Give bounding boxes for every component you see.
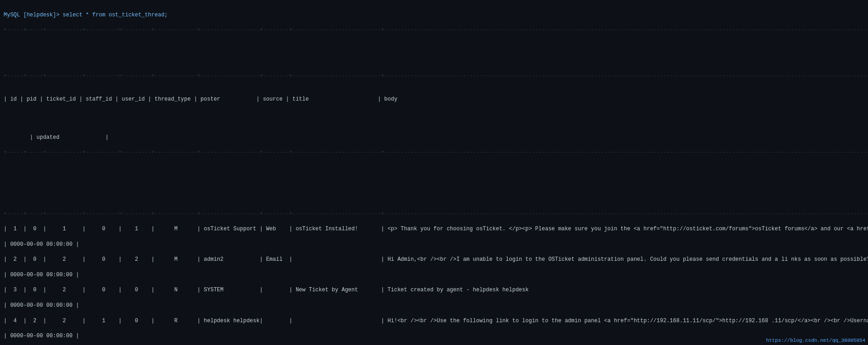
row3-data: | 3 | 0 | 2 | 0 | 0 | N | SYSTEM | | New… <box>4 286 864 294</box>
row3-updated: | 0000-00-00 00:00:00 | <box>4 302 864 309</box>
column-headers: | id | pid | ticket_id | staff_id | user… <box>4 96 864 103</box>
separator-mid1: +-----+-----+-----------+----------+----… <box>4 72 864 80</box>
updated-header: | updated | <box>4 134 864 142</box>
command-line: MySQL [helpdesk]> select * from ost_tick… <box>4 11 864 19</box>
separator-blank15: +-----+-----+-----------+----------+----… <box>4 210 864 218</box>
footer-url[interactable]: https://blog.csdn.net/qq_38005854 <box>763 336 868 345</box>
terminal-output: MySQL [helpdesk]> select * from ost_tick… <box>4 4 864 345</box>
row2-data: | 2 | 0 | 2 | 0 | 2 | M | admin2 | Email… <box>4 256 864 264</box>
row1-updated: | 0000-00-00 00:00:00 | <box>4 241 864 249</box>
separator-top: +-----+-----+-----------+----------+----… <box>4 26 864 34</box>
row2-updated: | 0000-00-00 00:00:00 | <box>4 271 864 279</box>
separator-mid2: +-----+-----+-----------+----------+----… <box>4 149 864 157</box>
footer-link[interactable]: https://blog.csdn.net/qq_38005854 <box>766 338 865 343</box>
row4-updated: | 0000-00-00 00:00:00 | <box>4 332 864 340</box>
row1-data: | 1 | 0 | 1 | 0 | 1 | M | osTicket Suppo… <box>4 225 864 233</box>
row4-data: | 4 | 2 | 2 | 1 | 0 | R | helpdesk helpd… <box>4 317 864 325</box>
